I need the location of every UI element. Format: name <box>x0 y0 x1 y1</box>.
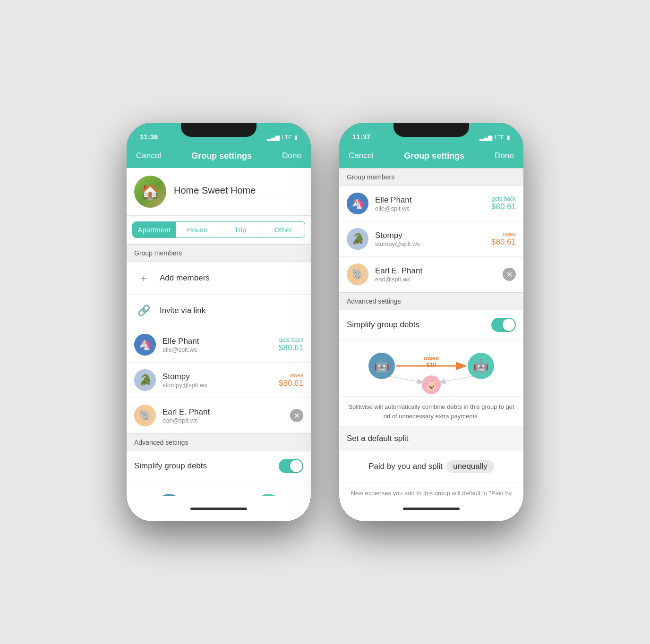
phone-bottom-1 <box>127 496 311 521</box>
notch-2 <box>393 123 469 137</box>
segment-house[interactable]: House <box>176 222 219 237</box>
svg-text:🐘: 🐘 <box>139 409 152 422</box>
member-stompy-info: Stompy stompy@splt.ws <box>162 372 272 389</box>
section-advanced-2: Advanced settings <box>339 292 523 310</box>
debt-desc-2: Splitwise will automatically combine deb… <box>339 397 523 427</box>
simplify-row: Simplify group debts <box>127 451 311 481</box>
svg-text:owes: owes <box>424 355 439 362</box>
section-advanced-1: Advanced settings <box>127 433 311 451</box>
svg-text:🦄: 🦄 <box>351 197 365 210</box>
nav-title-2: Group settings <box>404 151 464 161</box>
svg-text:🐘: 🐘 <box>351 268 365 280</box>
elle-balance-amount-2: $80.61 <box>491 202 516 212</box>
earl-name-2: Earl E. Phant <box>375 266 496 276</box>
elle-name-2: Elle Phant <box>375 195 485 205</box>
simplify-toggle[interactable] <box>279 459 303 473</box>
svg-text:$10: $10 <box>426 361 436 368</box>
signal-icon-2: ▂▄▆ <box>479 134 492 141</box>
phone-2: 11:37 ▂▄▆ LTE ▮ Cancel Group settings Do… <box>339 123 523 521</box>
phone-bottom-2 <box>339 496 523 521</box>
content-2: Group members 🦄 Elle Phant elle@splt.ws <box>339 168 523 496</box>
member-stompy: 🐊 Stompy stompy@splt.ws owes $80.61 <box>127 363 311 398</box>
section-members-2: Group members <box>339 168 523 186</box>
elle-name: Elle Phant <box>162 337 272 346</box>
avatar-stompy-2: 🐊 <box>347 228 368 250</box>
toggle-thumb-2 <box>503 319 515 331</box>
segment-apartment[interactable]: Apartment <box>133 222 176 237</box>
earl-name: Earl E. Phant <box>162 407 283 417</box>
time-1: 11:36 <box>140 133 158 141</box>
phone-1: 11:36 ▂▄▆ LTE ▮ Cancel Group settings Do… <box>127 123 311 521</box>
simplify-row-2: Simplify group debts <box>339 310 523 340</box>
segment-other[interactable]: Other <box>262 222 305 237</box>
phone-1-screen: 11:36 ▂▄▆ LTE ▮ Cancel Group settings Do… <box>127 123 311 521</box>
add-icon: ＋ <box>134 269 153 288</box>
member-earl-2: 🐘 Earl E. Phant earl@splt.ws ✕ <box>339 257 523 292</box>
done-button-2[interactable]: Done <box>495 151 514 161</box>
default-split-row: Paid by you and split unequally <box>339 450 523 483</box>
member-stompy-2: 🐊 Stompy stompy@splt.ws owes $80.61 <box>339 221 523 257</box>
svg-text:🤖: 🤖 <box>473 358 489 373</box>
avatar-earl-2: 🐘 <box>347 263 368 285</box>
home-indicator-2 <box>403 508 460 510</box>
member-earl: 🐘 Earl E. Phant earl@splt.ws ✕ <box>127 398 311 433</box>
simplify-toggle-2[interactable] <box>491 318 516 332</box>
split-desc: New expenses you add to this group will … <box>339 483 523 496</box>
section-members-1: Group members <box>127 244 311 262</box>
stompy-balance: owes $80.61 <box>279 372 303 388</box>
notch-1 <box>181 123 257 137</box>
debt-svg-1: 🤖 🤖 🐷 <box>148 483 290 496</box>
member-stompy-info-2: Stompy stompy@splt.ws <box>375 231 485 247</box>
add-members-item[interactable]: ＋ Add members <box>127 262 311 295</box>
invite-link-item[interactable]: 🔗 Invite via link <box>127 295 311 327</box>
elle-balance: gets back $80.61 <box>279 337 303 353</box>
segment-trip[interactable]: Trip <box>219 222 262 237</box>
debt-diagram-1: 🤖 🤖 🐷 <box>127 481 311 496</box>
default-split-section-header: Set a default split <box>339 427 523 450</box>
remove-earl-button[interactable]: ✕ <box>290 409 303 422</box>
svg-text:🐷: 🐷 <box>426 381 437 391</box>
home-indicator-1 <box>190 508 247 510</box>
done-button-1[interactable]: Done <box>282 151 301 161</box>
member-elle-2: 🦄 Elle Phant elle@splt.ws gets back $80.… <box>339 186 523 221</box>
battery-icon-1: ▮ <box>294 134 298 141</box>
avatar-elle-2: 🦄 <box>347 193 368 214</box>
avatar-stompy: 🐊 <box>134 369 156 391</box>
debt-diagram-2: 🤖 🤖 🐷 <box>339 340 523 397</box>
nav-title-1: Group settings <box>191 151 252 161</box>
earl-email: earl@splt.ws <box>162 417 283 424</box>
stompy-balance-label-2: owes <box>491 231 516 237</box>
split-value: unequally <box>453 462 488 471</box>
elle-balance-amount: $80.61 <box>279 343 303 353</box>
svg-line-33 <box>440 376 473 382</box>
remove-earl-button-2[interactable]: ✕ <box>503 268 516 281</box>
battery-icon-2: ▮ <box>507 134 510 141</box>
nav-bar-1: Cancel Group settings Done <box>127 144 311 168</box>
segment-control: Apartment House Trip Other <box>132 221 305 238</box>
member-elle-info-2: Elle Phant elle@splt.ws <box>375 195 485 212</box>
invite-label: Invite via link <box>160 306 205 315</box>
signal-icon-1: ▂▄▆ <box>267 134 280 141</box>
time-2: 11:37 <box>352 133 370 141</box>
group-name[interactable]: Home Sweet Home <box>174 185 303 198</box>
split-value-badge[interactable]: unequally <box>446 460 494 473</box>
elle-balance-2: gets back $80.61 <box>491 195 516 212</box>
split-prefix: Paid by you and split <box>368 462 443 471</box>
cancel-button-1[interactable]: Cancel <box>136 151 161 161</box>
link-icon: 🔗 <box>134 301 153 320</box>
member-elle: 🦄 Elle Phant elle@splt.ws gets back $80.… <box>127 327 311 363</box>
phone-2-screen: 11:37 ▂▄▆ LTE ▮ Cancel Group settings Do… <box>339 123 523 521</box>
member-elle-info: Elle Phant elle@splt.ws <box>162 337 272 353</box>
stompy-name: Stompy <box>162 372 272 381</box>
add-members-label: Add members <box>160 273 210 283</box>
status-icons-1: ▂▄▆ LTE ▮ <box>267 134 298 141</box>
stompy-email-2: stompy@splt.ws <box>375 240 485 247</box>
debt-svg-2: 🤖 🤖 🐷 <box>360 342 502 394</box>
cancel-button-2[interactable]: Cancel <box>349 151 374 161</box>
group-header: 🏠 Home Sweet Home <box>127 168 311 216</box>
house-icon: 🏠 <box>134 176 166 208</box>
elle-email-2: elle@splt.ws <box>375 205 485 212</box>
elle-email: elle@splt.ws <box>162 346 272 353</box>
stompy-email: stompy@splt.ws <box>162 381 272 389</box>
svg-text:🤖: 🤖 <box>374 358 390 373</box>
